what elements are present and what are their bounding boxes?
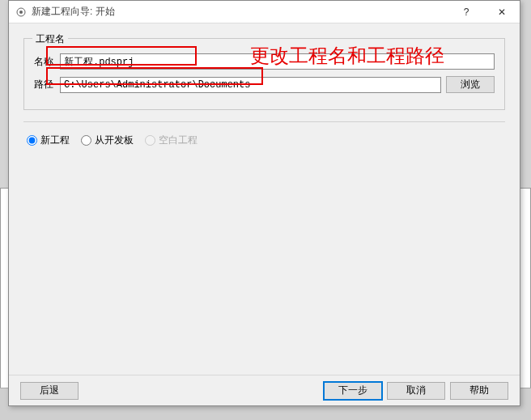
- name-label: 名称: [34, 55, 55, 69]
- browse-button[interactable]: 浏览: [446, 76, 495, 93]
- radio-from-board[interactable]: 从开发板: [81, 134, 134, 147]
- radio-new-project-input[interactable]: [27, 135, 37, 146]
- radio-new-project-label: 新工程: [40, 134, 70, 147]
- path-label: 路径: [34, 78, 55, 91]
- radio-from-board-label: 从开发板: [95, 134, 134, 147]
- window-title: 新建工程向导: 开始: [32, 5, 448, 19]
- close-button[interactable]: ✕: [484, 1, 520, 23]
- name-row: 名称: [34, 53, 495, 70]
- radio-new-project[interactable]: 新工程: [27, 134, 70, 147]
- project-name-input[interactable]: [60, 53, 495, 70]
- help-button[interactable]: ?: [448, 1, 484, 23]
- groupbox-title: 工程名: [32, 32, 68, 46]
- project-type-radios: 新工程 从开发板 空白工程: [23, 129, 505, 152]
- radio-blank-project: 空白工程: [145, 134, 198, 147]
- cancel-button[interactable]: 取消: [387, 382, 445, 400]
- dialog-content: 工程名 名称 路径 浏览 新工程 从开发板 空白工程: [9, 23, 520, 375]
- app-icon: [15, 6, 27, 18]
- back-button[interactable]: 后退: [20, 382, 79, 400]
- path-row: 路径 浏览: [34, 76, 495, 93]
- divider: [23, 121, 505, 122]
- titlebar: 新建工程向导: 开始 ? ✕: [9, 1, 520, 23]
- svg-point-1: [19, 11, 23, 14]
- title-controls: ? ✕: [448, 1, 520, 23]
- help-button-bottom[interactable]: 帮助: [450, 382, 508, 400]
- help-icon: ?: [464, 6, 469, 18]
- close-icon: ✕: [498, 6, 506, 18]
- project-path-input[interactable]: [60, 77, 441, 93]
- radio-from-board-input[interactable]: [81, 135, 91, 146]
- next-button[interactable]: 下一步: [324, 382, 382, 400]
- wizard-dialog: 新建工程向导: 开始 ? ✕ 工程名 名称 路径 浏览 新工程: [8, 0, 520, 406]
- project-name-group: 工程名 名称 路径 浏览: [23, 38, 505, 110]
- radio-blank-project-label: 空白工程: [159, 134, 198, 147]
- button-bar: 后退 下一步 取消 帮助: [9, 375, 520, 405]
- radio-blank-project-input: [145, 135, 155, 146]
